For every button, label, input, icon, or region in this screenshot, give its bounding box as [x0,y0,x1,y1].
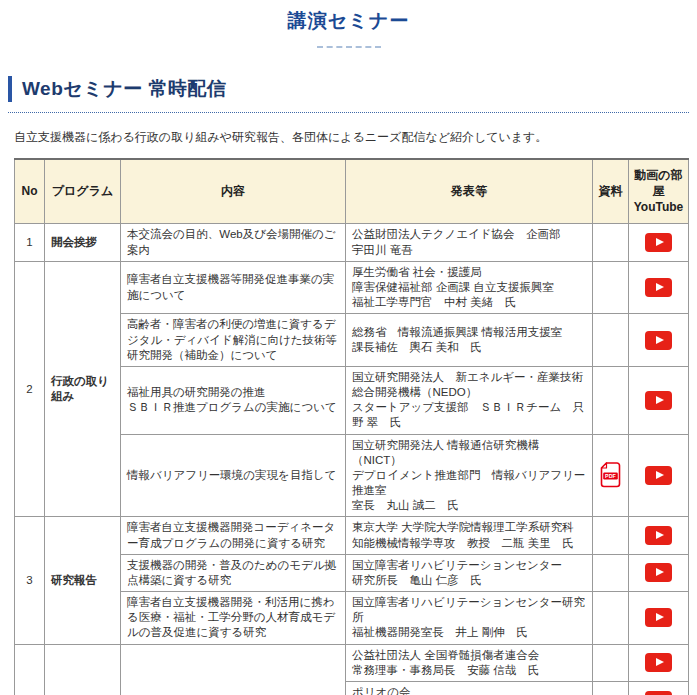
presenter-cell: ポリオの会 代表 小山 万里子 氏 [346,681,593,695]
material-cell: PDF [593,434,629,517]
presenter-cell: 国立研究開発法人 新エネルギー・産業技術総合開発機構（NEDO） スタートアップ… [346,366,593,434]
material-cell [593,224,629,261]
section-description: 自立支援機器に係わる行政の取り組みや研究報告、各団体によるニーズ配信など紹介して… [14,129,689,146]
youtube-icon[interactable] [645,331,672,350]
program-cell: 行政の取り組み [45,261,121,517]
table-header-row: No プログラム 内容 発表等 資料 動画の部屋 YouTube [15,159,689,224]
no-cell: 2 [15,261,45,517]
youtube-icon[interactable] [645,653,672,672]
content-cell: 支援機器の開発・普及のためのモデル拠点構築に資する研究 [121,554,346,591]
presenter-cell: 東京大学 大学院大学院情報理工学系研究科 知能機械情報学専攻 教授 二瓶 美里 … [346,517,593,554]
content-cell: 福祉用具の研究開発の推進 ＳＢＩＲ推進プログラムの実施について [121,366,346,434]
column-header-program: プログラム [45,159,121,224]
content-cell: 情報バリアフリー環境の実現を目指して [121,434,346,517]
video-cell [629,517,689,554]
section-title: Webセミナー 常時配信 [8,76,689,102]
youtube-icon[interactable] [645,278,672,297]
youtube-icon[interactable] [645,233,672,252]
presenter-cell: 国立研究開発法人 情報通信研究機構（NICT） デプロイメント推進部門 情報バリ… [346,434,593,517]
content-cell: 本交流会の目的、Web及び会場開催のご案内 [121,224,346,261]
content-cell: 高齢者・障害者の利便の増進に資するデジタル・ディバイド解消に向けた技術等研究開発… [121,314,346,367]
presenter-cell: 公益財団法人テクノエイド協会 企画部 宇田川 竜吾 [346,224,593,261]
youtube-icon[interactable] [645,563,672,582]
material-cell [593,644,629,681]
table-row: 3 研究報告 障害者自立支援機器開発コーディネーター育成プログラムの開発に資する… [15,517,689,554]
youtube-icon[interactable] [645,608,672,627]
presenter-cell: 国立障害者リハビリテーションセンター 研究所長 亀山 仁彦 氏 [346,554,593,591]
table-row: 2 行政の取り組み 障害者自立支援機器等開発促進事業の実施について 厚生労働省 … [15,261,689,314]
video-cell [629,366,689,434]
svg-text:PDF: PDF [605,473,616,479]
seminar-table: No プログラム 内容 発表等 資料 動画の部屋 YouTube 1 開会挨拶 … [14,158,689,695]
presenter-cell: 公益社団法人 全国脊髄損傷者連合会 常務理事・事務局長 安藤 信哉 氏 [346,644,593,681]
material-cell [593,314,629,367]
table-row: 1 開会挨拶 本交流会の目的、Web及び会場開催のご案内 公益財団法人テクノエイ… [15,224,689,261]
video-cell [629,434,689,517]
presenter-cell: 総務省 情報流通振興課 情報活用支援室 課長補佐 輿石 美和 氏 [346,314,593,367]
content-cell: 障害者自立支援機器開発コーディネーター育成プログラムの開発に資する研究 [121,517,346,554]
material-cell [593,681,629,695]
no-cell: 1 [15,224,45,261]
material-cell [593,592,629,645]
column-header-material: 資料 [593,159,629,224]
no-cell: 4 [15,644,45,695]
video-cell [629,554,689,591]
material-cell [593,261,629,314]
youtube-icon[interactable] [645,391,672,410]
video-cell [629,681,689,695]
dotted-divider [8,112,689,113]
table-row: 4 ニーズの発信 支援機器に対する期待、開発企業に対して協力可能なこと 公益社団… [15,644,689,681]
video-cell [629,261,689,314]
material-cell [593,554,629,591]
video-cell [629,592,689,645]
title-dash-divider [317,46,381,48]
content-cell: 障害者自立支援機器開発・利活用に携わる医療・福祉・工学分野の人材育成モデルの普及… [121,592,346,645]
video-cell [629,224,689,261]
program-cell: 研究報告 [45,517,121,644]
material-cell [593,366,629,434]
material-cell [593,517,629,554]
content-cell: 障害者自立支援機器等開発促進事業の実施について [121,261,346,314]
column-header-video: 動画の部屋 YouTube [629,159,689,224]
page-container: 講演セミナー Webセミナー 常時配信 自立支援機器に係わる行政の取り組みや研究… [0,0,697,695]
column-header-content: 内容 [121,159,346,224]
youtube-icon[interactable] [645,466,672,485]
no-cell: 3 [15,517,45,644]
column-header-no: No [15,159,45,224]
pdf-icon[interactable]: PDF [600,462,621,488]
youtube-icon[interactable] [645,691,672,695]
program-cell: 開会挨拶 [45,224,121,261]
page-title: 講演セミナー [0,0,697,34]
youtube-icon[interactable] [645,526,672,545]
presenter-cell: 国立障害者リハビリテーションセンター研究所 福祉機器開発室長 井上 剛伸 氏 [346,592,593,645]
video-cell [629,314,689,367]
content-cell: 支援機器に対する期待、開発企業に対して協力可能なこと [121,644,346,695]
presenter-cell: 厚生労働省 社会・援護局 障害保健福祉部 企画課 自立支援振興室 福祉工学専門官… [346,261,593,314]
video-cell [629,644,689,681]
program-cell: ニーズの発信 [45,644,121,695]
column-header-presenter: 発表等 [346,159,593,224]
